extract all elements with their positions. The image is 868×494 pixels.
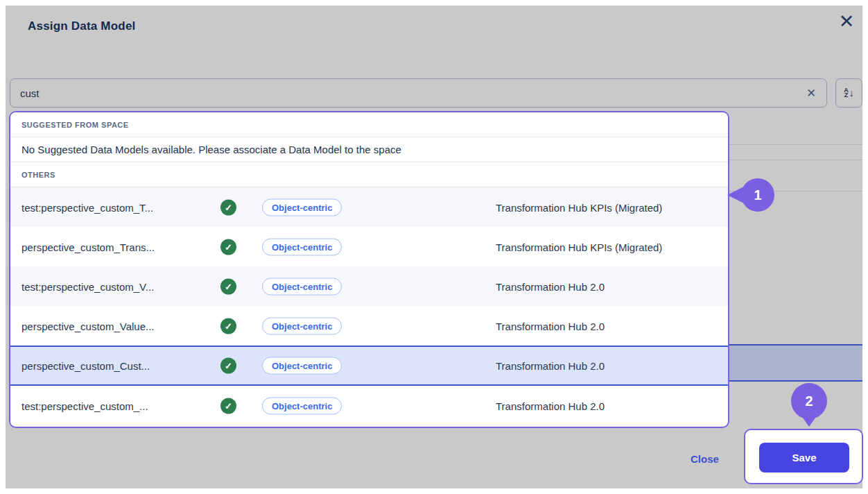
space-name: Transformation Hub 2.0	[496, 400, 605, 411]
search-input[interactable]	[10, 78, 827, 108]
data-model-name: test:perspective_custom_T...	[21, 201, 153, 213]
object-centric-badge: Object-centric	[262, 357, 342, 375]
space-name: Transformation Hub KPIs (Migrated)	[496, 241, 662, 253]
sort-button[interactable]: AZ ↓	[835, 78, 862, 108]
assign-data-model-modal: Assign Data Model ✕ ✕ AZ ↓ SUGGESTED FRO…	[6, 6, 862, 488]
object-centric-badge: Object-centric	[262, 238, 342, 255]
data-model-name: perspective_custom_Cust...	[21, 360, 150, 372]
check-icon: ✓	[220, 278, 236, 294]
data-model-name: test:perspective_custom_V...	[21, 280, 154, 292]
data-model-row[interactable]: test:perspective_custom_... ✓ Object-cen…	[10, 386, 728, 425]
data-model-row[interactable]: perspective_custom_Cust... ✓ Object-cent…	[10, 346, 728, 386]
annotation-step-1: 1	[741, 178, 774, 212]
save-button[interactable]: Save	[759, 443, 849, 472]
space-name: Transformation Hub 2.0	[496, 280, 605, 292]
annotation-step-2: 2	[791, 383, 827, 419]
space-name: Transformation Hub 2.0	[496, 360, 605, 372]
background-table-line	[729, 144, 862, 145]
close-button[interactable]: Close	[686, 452, 723, 466]
sort-arrow-icon: ↓	[849, 88, 854, 98]
suggested-section-header: SUGGESTED FROM SPACE	[10, 112, 728, 137]
check-icon: ✓	[220, 199, 236, 215]
data-model-row[interactable]: test:perspective_custom_V... ✓ Object-ce…	[10, 266, 728, 306]
object-centric-badge: Object-centric	[262, 198, 342, 216]
data-model-name: test:perspective_custom_...	[21, 400, 148, 411]
space-name: Transformation Hub 2.0	[496, 320, 605, 332]
dropdown-rows: test:perspective_custom_T... ✓ Object-ce…	[10, 187, 728, 425]
sort-az-icon: AZ	[844, 88, 849, 98]
data-model-name: perspective_custom_Trans...	[21, 241, 155, 253]
data-model-dropdown: SUGGESTED FROM SPACE No Suggested Data M…	[9, 111, 729, 428]
object-centric-badge: Object-centric	[262, 397, 342, 414]
object-centric-badge: Object-centric	[262, 278, 342, 295]
check-icon: ✓	[220, 398, 236, 414]
data-model-row[interactable]: perspective_custom_Trans... ✓ Object-cen…	[10, 227, 728, 266]
check-icon: ✓	[220, 318, 236, 334]
background-selected-row	[729, 344, 862, 382]
clear-search-icon[interactable]: ✕	[800, 84, 822, 102]
save-button-highlight: Save	[744, 429, 863, 484]
suggested-empty-message: No Suggested Data Models available. Plea…	[10, 137, 728, 162]
others-section-header: OTHERS	[10, 162, 728, 187]
check-icon: ✓	[220, 239, 236, 255]
close-icon[interactable]: ✕	[835, 10, 858, 33]
object-centric-badge: Object-centric	[262, 317, 342, 334]
page-title: Assign Data Model	[28, 19, 135, 33]
data-model-row[interactable]: test:perspective_custom_T... ✓ Object-ce…	[10, 187, 728, 227]
check-icon: ✓	[220, 358, 236, 374]
screenshot-root: Assign Data Model ✕ ✕ AZ ↓ SUGGESTED FRO…	[0, 0, 868, 494]
data-model-row[interactable]: perspective_custom_Value... ✓ Object-cen…	[10, 306, 728, 346]
data-model-name: perspective_custom_Value...	[21, 320, 155, 332]
background-table-line	[729, 160, 862, 160]
space-name: Transformation Hub KPIs (Migrated)	[496, 201, 662, 213]
